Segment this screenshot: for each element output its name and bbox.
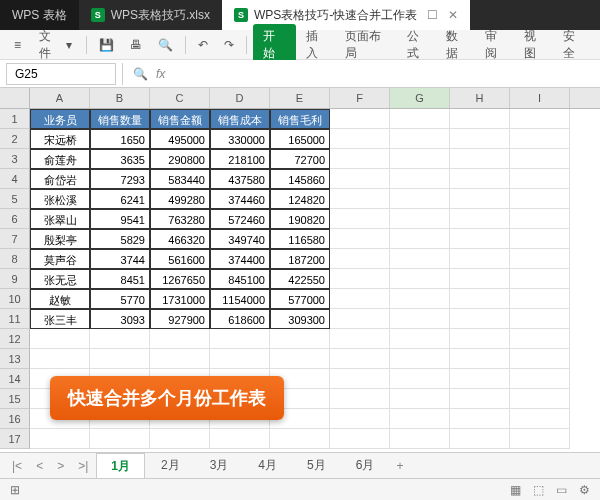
cell[interactable] <box>510 269 570 289</box>
print-icon[interactable]: 🖶 <box>124 34 148 56</box>
cell[interactable]: 7293 <box>90 169 150 189</box>
row-header[interactable]: 14 <box>0 369 30 389</box>
cell[interactable] <box>450 329 510 349</box>
cell[interactable] <box>510 289 570 309</box>
cell[interactable]: 422550 <box>270 269 330 289</box>
cell[interactable] <box>150 349 210 369</box>
cell[interactable] <box>330 169 390 189</box>
settings-icon[interactable]: ⚙ <box>577 481 592 499</box>
cell[interactable]: 殷梨亭 <box>30 229 90 249</box>
row-header[interactable]: 1 <box>0 109 30 129</box>
cell[interactable] <box>330 209 390 229</box>
close-icon[interactable]: ✕ <box>448 8 458 22</box>
cell[interactable] <box>150 429 210 449</box>
cell[interactable] <box>30 329 90 349</box>
tab-file-1[interactable]: S WPS表格技巧.xlsx <box>79 0 222 30</box>
cell[interactable] <box>210 329 270 349</box>
cell[interactable]: 莫声谷 <box>30 249 90 269</box>
undo-icon[interactable]: ↶ <box>192 34 214 56</box>
cell[interactable]: 3744 <box>90 249 150 269</box>
cell[interactable]: 5829 <box>90 229 150 249</box>
sheet-tab[interactable]: 4月 <box>244 453 291 478</box>
cell[interactable]: 145860 <box>270 169 330 189</box>
cell[interactable]: 165000 <box>270 129 330 149</box>
cell[interactable] <box>390 129 450 149</box>
cell[interactable] <box>450 129 510 149</box>
cell[interactable] <box>510 369 570 389</box>
preview-icon[interactable]: 🔍 <box>152 34 179 56</box>
row-header[interactable]: 12 <box>0 329 30 349</box>
cell[interactable] <box>330 269 390 289</box>
fx-icon[interactable]: fx <box>156 67 165 81</box>
cell[interactable]: 宋远桥 <box>30 129 90 149</box>
cell[interactable] <box>510 409 570 429</box>
cell[interactable] <box>390 269 450 289</box>
cell[interactable] <box>330 329 390 349</box>
menu-icon[interactable]: ≡ <box>8 34 27 56</box>
cell[interactable]: 张松溪 <box>30 189 90 209</box>
sheet-nav-first-icon[interactable]: |< <box>6 457 28 475</box>
cell[interactable] <box>210 349 270 369</box>
cell[interactable] <box>510 229 570 249</box>
select-all-corner[interactable] <box>0 88 30 108</box>
column-header[interactable]: B <box>90 88 150 108</box>
cell[interactable] <box>30 429 90 449</box>
cell[interactable] <box>390 229 450 249</box>
cell[interactable] <box>510 169 570 189</box>
cell[interactable] <box>210 429 270 449</box>
cell[interactable] <box>390 329 450 349</box>
column-header[interactable]: C <box>150 88 210 108</box>
sheet-nav-prev-icon[interactable]: < <box>30 457 49 475</box>
cell[interactable]: 业务员 <box>30 109 90 129</box>
cell[interactable]: 124820 <box>270 189 330 209</box>
cell[interactable]: 499280 <box>150 189 210 209</box>
cell[interactable] <box>330 389 390 409</box>
cell[interactable]: 561600 <box>150 249 210 269</box>
row-header[interactable]: 15 <box>0 389 30 409</box>
cell[interactable]: 927900 <box>150 309 210 329</box>
cell[interactable] <box>330 429 390 449</box>
cell[interactable] <box>330 249 390 269</box>
cell[interactable]: 495000 <box>150 129 210 149</box>
column-header[interactable]: I <box>510 88 570 108</box>
cell[interactable] <box>510 249 570 269</box>
cell[interactable]: 187200 <box>270 249 330 269</box>
add-sheet-icon[interactable]: + <box>390 457 409 475</box>
cell[interactable]: 俞岱岩 <box>30 169 90 189</box>
cell[interactable]: 张翠山 <box>30 209 90 229</box>
cell[interactable] <box>330 149 390 169</box>
cell[interactable] <box>330 309 390 329</box>
cell[interactable] <box>510 129 570 149</box>
cell[interactable]: 330000 <box>210 129 270 149</box>
cell[interactable] <box>510 149 570 169</box>
cell[interactable] <box>330 349 390 369</box>
column-header[interactable]: H <box>450 88 510 108</box>
cell[interactable] <box>330 109 390 129</box>
save-icon[interactable]: 💾 <box>93 34 120 56</box>
cell[interactable]: 374460 <box>210 189 270 209</box>
cell[interactable] <box>510 209 570 229</box>
sheet-tab[interactable]: 2月 <box>147 453 194 478</box>
cell[interactable]: 72700 <box>270 149 330 169</box>
cell[interactable] <box>450 309 510 329</box>
cell[interactable] <box>510 189 570 209</box>
cell[interactable] <box>150 329 210 349</box>
view-mode-icon[interactable]: ⬚ <box>531 481 546 499</box>
cell[interactable] <box>450 229 510 249</box>
cell[interactable] <box>450 369 510 389</box>
cell[interactable]: 437580 <box>210 169 270 189</box>
cell[interactable]: 190820 <box>270 209 330 229</box>
redo-icon[interactable]: ↷ <box>218 34 240 56</box>
cell[interactable] <box>390 169 450 189</box>
cell[interactable]: 销售毛利 <box>270 109 330 129</box>
cell[interactable] <box>90 429 150 449</box>
cell[interactable] <box>450 429 510 449</box>
cell[interactable] <box>450 289 510 309</box>
cell[interactable] <box>450 389 510 409</box>
cell[interactable]: 583440 <box>150 169 210 189</box>
cell[interactable] <box>450 349 510 369</box>
cell[interactable] <box>390 409 450 429</box>
cell[interactable] <box>390 429 450 449</box>
cell[interactable] <box>450 269 510 289</box>
cell[interactable] <box>330 289 390 309</box>
